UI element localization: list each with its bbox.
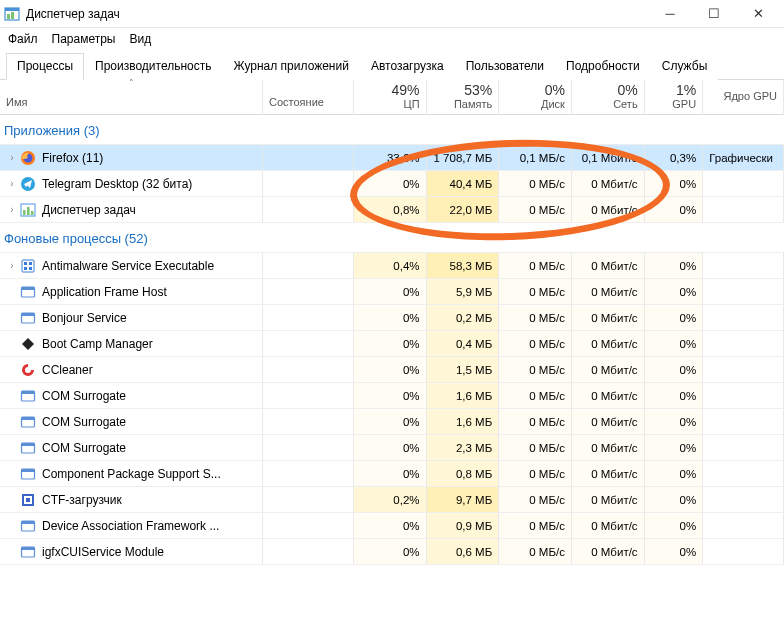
process-name-label: Antimalware Service Executable [42,259,214,273]
process-name-label: Device Association Framework ... [42,519,219,533]
process-name-label: Firefox (11) [42,151,103,165]
process-mem-cell: 0,2 МБ [426,305,499,331]
process-mem-cell: 5,9 МБ [426,279,499,305]
process-name-cell[interactable]: ›CCleaner [0,357,263,383]
col-name[interactable]: ˄ Имя [0,80,263,115]
titlebar: Диспетчер задач ─ ☐ ✕ [0,0,784,28]
process-disk-cell: 0 МБ/с [499,513,572,539]
group-header-bg: Фоновые процессы (52) [0,223,784,253]
process-row[interactable]: ›COM Surrogate0%1,6 МБ0 МБ/с0 Мбит/с0% [0,383,784,409]
process-name-cell[interactable]: ›Device Association Framework ... [0,513,263,539]
process-mem-cell: 1 708,7 МБ [426,145,499,171]
process-row[interactable]: ›Диспетчер задач0,8%22,0 МБ0 МБ/с0 Мбит/… [0,197,784,223]
col-memory[interactable]: 53% Память [426,80,499,115]
process-gpu-engine-cell [703,305,784,331]
process-net-cell: 0 Мбит/с [571,171,644,197]
process-row[interactable]: ›Telegram Desktop (32 бита)0%40,4 МБ0 МБ… [0,171,784,197]
col-gpu[interactable]: 1% GPU [644,80,703,115]
col-name-label: Имя [6,96,27,108]
menu-file[interactable]: Файл [8,32,38,46]
process-row[interactable]: ›COM Surrogate0%2,3 МБ0 МБ/с0 Мбит/с0% [0,435,784,461]
col-gpu-label: GPU [672,98,696,110]
minimize-button[interactable]: ─ [648,0,692,28]
process-name-cell[interactable]: ›CTF-загрузчик [0,487,263,513]
process-cpu-cell: 0% [353,409,426,435]
sort-arrow-icon: ˄ [129,78,134,88]
process-row[interactable]: ›CCleaner0%1,5 МБ0 МБ/с0 Мбит/с0% [0,357,784,383]
col-net-pct: 0% [578,82,638,98]
process-name-cell[interactable]: ›Диспетчер задач [0,197,263,223]
expand-toggle[interactable]: › [6,152,18,163]
process-net-cell: 0 Мбит/с [571,539,644,565]
process-name-label: Bonjour Service [42,311,127,325]
process-gpu-cell: 0% [644,383,703,409]
process-name-cell[interactable]: ›Component Package Support S... [0,461,263,487]
svg-rect-14 [24,267,27,270]
process-row[interactable]: ›Boot Camp Manager0%0,4 МБ0 МБ/с0 Мбит/с… [0,331,784,357]
process-gpu-engine-cell [703,197,784,223]
process-mem-cell: 40,4 МБ [426,171,499,197]
process-row[interactable]: ›igfxCUIService Module0%0,6 МБ0 МБ/с0 Мб… [0,539,784,565]
generic-icon [20,310,36,326]
generic-icon [20,284,36,300]
process-disk-cell: 0 МБ/с [499,279,572,305]
process-row[interactable]: ›Device Association Framework ...0%0,9 М… [0,513,784,539]
process-name-cell[interactable]: ›Firefox (11) [0,145,263,171]
tab-users[interactable]: Пользователи [455,53,555,80]
process-row[interactable]: ›COM Surrogate0%1,6 МБ0 МБ/с0 Мбит/с0% [0,409,784,435]
column-headers[interactable]: ˄ Имя Состояние 49% ЦП 53% Память 0% Дис… [0,80,784,115]
expand-toggle[interactable]: › [6,204,18,215]
process-name-cell[interactable]: ›COM Surrogate [0,409,263,435]
process-cpu-cell: 0% [353,461,426,487]
process-name-label: COM Surrogate [42,389,126,403]
ccleaner-icon [20,362,36,378]
col-mem-pct: 53% [433,82,493,98]
process-name-cell[interactable]: ›Bonjour Service [0,305,263,331]
process-row[interactable]: ›Bonjour Service0%0,2 МБ0 МБ/с0 Мбит/с0% [0,305,784,331]
process-name-cell[interactable]: ›Application Frame Host [0,279,263,305]
maximize-button[interactable]: ☐ [692,0,736,28]
col-disk[interactable]: 0% Диск [499,80,572,115]
process-mem-cell: 1,6 МБ [426,409,499,435]
col-state[interactable]: Состояние [263,80,354,115]
close-button[interactable]: ✕ [736,0,780,28]
process-row[interactable]: ›Firefox (11)33,6%1 708,7 МБ0,1 МБ/с0,1 … [0,145,784,171]
tab-services[interactable]: Службы [651,53,718,80]
process-gpu-engine-cell: Графически [703,145,784,171]
tab-details[interactable]: Подробности [555,53,651,80]
col-network[interactable]: 0% Сеть [571,80,644,115]
process-row[interactable]: ›Component Package Support S...0%0,8 МБ0… [0,461,784,487]
process-name-cell[interactable]: ›Boot Camp Manager [0,331,263,357]
menu-options[interactable]: Параметры [52,32,116,46]
process-table[interactable]: ˄ Имя Состояние 49% ЦП 53% Память 0% Дис… [0,80,784,565]
process-name-label: Boot Camp Manager [42,337,153,351]
taskmgr-icon [20,202,36,218]
expand-toggle[interactable]: › [6,260,18,271]
svg-rect-8 [23,210,26,215]
process-name-cell[interactable]: ›Telegram Desktop (32 бита) [0,171,263,197]
process-name-cell[interactable]: ›COM Surrogate [0,435,263,461]
tab-app-history[interactable]: Журнал приложений [223,53,360,80]
process-row[interactable]: ›CTF-загрузчик0,2%9,7 МБ0 МБ/с0 Мбит/с0% [0,487,784,513]
col-cpu[interactable]: 49% ЦП [353,80,426,115]
col-disk-pct: 0% [505,82,565,98]
tab-processes[interactable]: Процессы [6,53,84,80]
process-state-cell [263,253,354,279]
process-name-cell[interactable]: ›COM Surrogate [0,383,263,409]
process-row[interactable]: ›Antimalware Service Executable0,4%58,3 … [0,253,784,279]
generic-icon [20,544,36,560]
process-disk-cell: 0 МБ/с [499,253,572,279]
group-header-label: Фоновые процессы (52) [0,223,784,253]
generic-icon [20,440,36,456]
process-net-cell: 0 Мбит/с [571,383,644,409]
col-gpu-engine[interactable]: Ядро GPU [703,80,784,115]
process-name-cell[interactable]: ›Antimalware Service Executable [0,253,263,279]
menu-view[interactable]: Вид [129,32,151,46]
tab-performance[interactable]: Производительность [84,53,222,80]
process-row[interactable]: ›Application Frame Host0%5,9 МБ0 МБ/с0 М… [0,279,784,305]
tab-startup[interactable]: Автозагрузка [360,53,455,80]
process-name-cell[interactable]: ›igfxCUIService Module [0,539,263,565]
expand-toggle[interactable]: › [6,178,18,189]
menubar: Файл Параметры Вид [0,28,784,52]
group-header-apps: Приложения (3) [0,115,784,145]
